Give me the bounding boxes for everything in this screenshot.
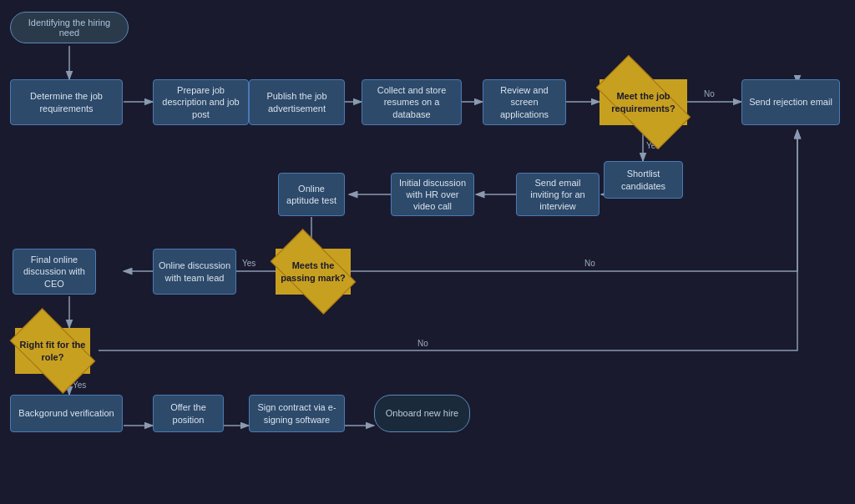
svg-text:No: No <box>417 339 428 348</box>
node-review-screen: Review and screen applications <box>483 79 566 125</box>
svg-text:No: No <box>704 89 715 98</box>
svg-text:No: No <box>584 259 595 268</box>
diamond-right-fit: Right fit for the role? <box>15 328 90 374</box>
node-online-discussion-lead: Online discussion with team lead <box>153 249 236 295</box>
node-send-rejection: Send rejection email <box>741 79 840 125</box>
diamond-meet-requirements: Meet the job requirements? <box>600 79 687 125</box>
node-determine-requirements: Determine the job requirements <box>10 79 123 125</box>
node-shortlist: Shortlist candidates <box>604 161 683 199</box>
node-collect-store: Collect and store resumes on a database <box>362 79 462 125</box>
node-publish-advertisement: Publish the job advertisement <box>249 79 345 125</box>
node-sign-contract: Sign contract via e-signing software <box>249 395 345 432</box>
node-onboard: Onboard new hire <box>374 395 470 432</box>
node-prepare-job-description: Prepare job description and job post <box>153 79 249 125</box>
node-send-email-invite: Send email inviting for an interview <box>516 173 600 216</box>
start-node: Identifying the hiring need <box>10 12 129 43</box>
node-final-discussion-ceo: Final online discussion with CEO <box>13 249 96 295</box>
diamond-passing-mark: Meets the passing mark? <box>276 249 351 295</box>
svg-text:Yes: Yes <box>242 259 255 268</box>
node-offer-position: Offer the position <box>153 395 224 432</box>
node-aptitude-test: Online aptitude test <box>278 173 345 216</box>
node-background-verification: Backgorund verification <box>10 395 123 432</box>
node-initial-discussion: Initial discussion with HR over video ca… <box>391 173 474 216</box>
